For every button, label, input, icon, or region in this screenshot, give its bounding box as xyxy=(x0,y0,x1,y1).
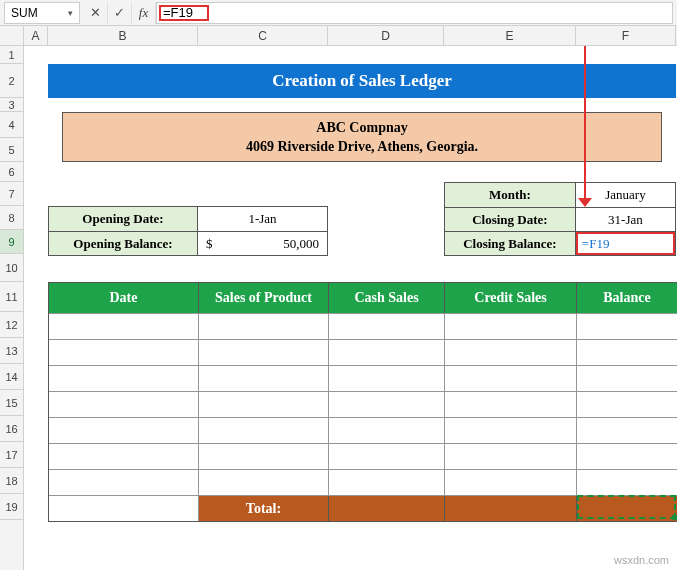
company-address: 4069 Riverside Drive, Athens, Georgia. xyxy=(246,139,478,155)
col-header-C[interactable]: C xyxy=(198,26,328,45)
closing-block: Month: January Closing Date: 31-Jan Clos… xyxy=(444,182,676,256)
data-table: Date Sales of Product Cash Sales Credit … xyxy=(48,282,677,522)
chevron-down-icon[interactable]: ▾ xyxy=(68,8,73,18)
formula-bar: SUM ▾ ✕ ✓ fx =F19 xyxy=(0,0,677,26)
row-header-13[interactable]: 13 xyxy=(0,338,23,364)
name-box[interactable]: SUM ▾ xyxy=(4,2,80,24)
currency-symbol: $ xyxy=(206,236,213,252)
opening-date-label: Opening Date: xyxy=(49,207,198,231)
closing-balance-value[interactable]: =F19 xyxy=(576,232,675,255)
row-header-4[interactable]: 4 xyxy=(0,112,23,138)
row-header-19[interactable]: 19 xyxy=(0,494,23,520)
row-header-3[interactable]: 3 xyxy=(0,98,23,112)
row-header-12[interactable]: 12 xyxy=(0,312,23,338)
formula-input[interactable]: =F19 xyxy=(156,2,673,24)
table-row[interactable] xyxy=(49,443,677,469)
total-balance[interactable] xyxy=(577,496,677,521)
grid-area: 1 2 3 4 5 6 7 8 9 10 11 12 13 14 15 16 1… xyxy=(0,46,677,570)
table-footer-row: Total: xyxy=(49,495,677,521)
row-header-9[interactable]: 9 xyxy=(0,230,23,254)
col-header-E[interactable]: E xyxy=(444,26,576,45)
row-header-8[interactable]: 8 xyxy=(0,206,23,230)
th-date[interactable]: Date xyxy=(49,283,199,313)
opening-block: Opening Date: 1-Jan Opening Balance: $ 5… xyxy=(48,206,328,256)
cancel-icon[interactable]: ✕ xyxy=(84,2,108,24)
row-header-18[interactable]: 18 xyxy=(0,468,23,494)
row-header-6[interactable]: 6 xyxy=(0,162,23,182)
row-header-5[interactable]: 5 xyxy=(0,138,23,162)
name-box-text: SUM xyxy=(11,6,38,20)
sheet[interactable]: Creation of Sales Ledger ABC Compnay 406… xyxy=(24,46,677,570)
table-row[interactable] xyxy=(49,391,677,417)
th-balance[interactable]: Balance xyxy=(577,283,677,313)
column-headers: A B C D E F xyxy=(0,26,677,46)
row-header-15[interactable]: 15 xyxy=(0,390,23,416)
enter-icon[interactable]: ✓ xyxy=(108,2,132,24)
row-header-2[interactable]: 2 xyxy=(0,64,23,98)
formula-text: =F19 xyxy=(163,5,193,20)
row-headers: 1 2 3 4 5 6 7 8 9 10 11 12 13 14 15 16 1… xyxy=(0,46,24,570)
col-header-D[interactable]: D xyxy=(328,26,444,45)
table-row[interactable] xyxy=(49,469,677,495)
total-credit[interactable] xyxy=(445,496,577,521)
arrowhead-icon xyxy=(578,198,592,207)
th-cash-sales[interactable]: Cash Sales xyxy=(329,283,445,313)
closing-date-value[interactable]: 31-Jan xyxy=(576,208,675,231)
closing-date-label: Closing Date: xyxy=(445,208,576,231)
row-header-16[interactable]: 16 xyxy=(0,416,23,442)
watermark: wsxdn.com xyxy=(614,554,669,566)
row-header-10[interactable]: 10 xyxy=(0,254,23,282)
row-header-17[interactable]: 17 xyxy=(0,442,23,468)
month-label: Month: xyxy=(445,183,576,207)
row-header-14[interactable]: 14 xyxy=(0,364,23,390)
fx-icon[interactable]: fx xyxy=(132,2,156,24)
table-row[interactable] xyxy=(49,339,677,365)
row-header-11[interactable]: 11 xyxy=(0,282,23,312)
col-header-B[interactable]: B xyxy=(48,26,198,45)
opening-date-value[interactable]: 1-Jan xyxy=(198,207,327,231)
opening-balance-amount: 50,000 xyxy=(283,236,319,252)
table-header-row: Date Sales of Product Cash Sales Credit … xyxy=(49,283,677,313)
opening-balance-label: Opening Balance: xyxy=(49,232,198,255)
select-all-triangle[interactable] xyxy=(0,26,24,45)
th-sales-product[interactable]: Sales of Product xyxy=(199,283,329,313)
col-header-A[interactable]: A xyxy=(24,26,48,45)
row-header-7[interactable]: 7 xyxy=(0,182,23,206)
table-row[interactable] xyxy=(49,417,677,443)
col-header-F[interactable]: F xyxy=(576,26,676,45)
th-credit-sales[interactable]: Credit Sales xyxy=(445,283,577,313)
page-title: Creation of Sales Ledger xyxy=(48,64,676,98)
table-row[interactable] xyxy=(49,313,677,339)
row-header-1[interactable]: 1 xyxy=(0,46,23,64)
company-name: ABC Compnay xyxy=(316,120,407,136)
opening-balance-value[interactable]: $ 50,000 xyxy=(198,232,327,255)
company-block: ABC Compnay 4069 Riverside Drive, Athens… xyxy=(62,112,662,162)
table-row[interactable] xyxy=(49,365,677,391)
closing-balance-label: Closing Balance: xyxy=(445,232,576,255)
total-cash[interactable] xyxy=(329,496,445,521)
total-label: Total: xyxy=(199,496,329,521)
